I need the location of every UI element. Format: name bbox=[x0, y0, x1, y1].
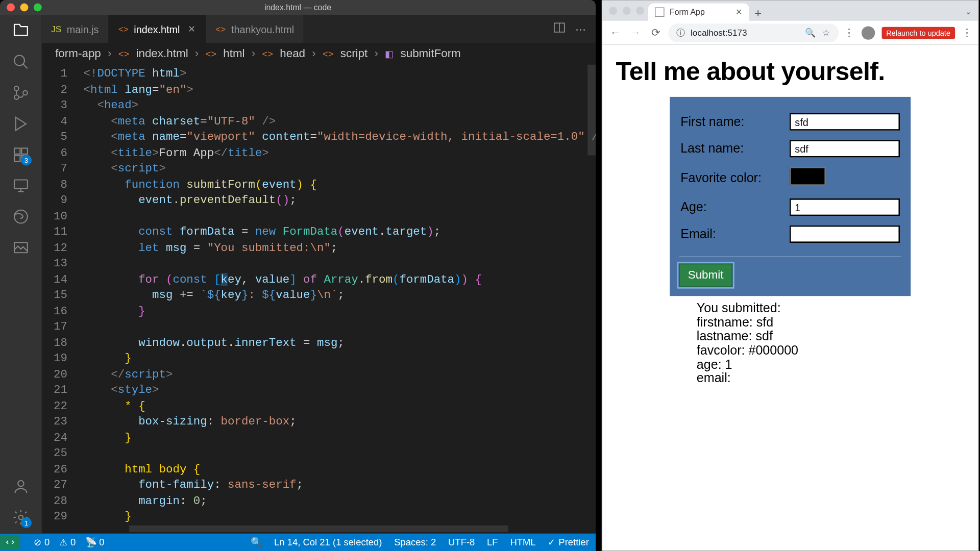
maximize-icon[interactable] bbox=[34, 4, 42, 12]
maximize-icon[interactable] bbox=[636, 7, 644, 15]
extensions-icon[interactable]: ⋮ bbox=[844, 26, 854, 39]
svg-rect-8 bbox=[14, 180, 28, 189]
form-separator bbox=[679, 256, 901, 257]
breadcrumb-item[interactable]: script bbox=[340, 47, 368, 60]
chevron-down-icon[interactable]: ⌄ bbox=[965, 8, 971, 16]
tab-label: thankyou.html bbox=[231, 23, 294, 34]
bookmark-icon[interactable]: ☆ bbox=[822, 28, 830, 38]
tab-label: Form App bbox=[670, 8, 705, 17]
form-row-favcolor: Favorite color: bbox=[679, 164, 901, 192]
new-tab-button[interactable]: + bbox=[749, 7, 767, 21]
code-content[interactable]: <!DOCTYPE html><html lang="en"> <head> <… bbox=[84, 65, 596, 534]
extensions-icon[interactable]: 3 bbox=[11, 145, 30, 164]
extensions-badge: 3 bbox=[21, 155, 32, 165]
page-heading: Tell me about yourself. bbox=[616, 57, 965, 86]
html-icon: <> bbox=[262, 48, 273, 59]
horizontal-scrollbar[interactable] bbox=[129, 525, 508, 532]
editor[interactable]: 1234567891011121314151617181920212223242… bbox=[42, 65, 596, 534]
images-icon[interactable] bbox=[11, 238, 30, 257]
zoom-icon[interactable]: 🔍 bbox=[251, 537, 262, 547]
browser-titlebar: Form App ✕ + ⌄ bbox=[602, 1, 978, 21]
minimize-icon[interactable] bbox=[623, 7, 631, 15]
forward-button[interactable]: → bbox=[628, 27, 643, 39]
status-bar: ⊘ 0 ⚠ 0 📡 0 🔍 Ln 14, Col 21 (1 selected)… bbox=[0, 534, 596, 551]
tab-bar: JSmain.js <>index.html✕ <>thankyou.html … bbox=[42, 15, 596, 43]
breadcrumb-item[interactable]: head bbox=[280, 47, 305, 60]
form-row-lastname: Last name: bbox=[679, 137, 901, 160]
relaunch-button[interactable]: Relaunch to update bbox=[881, 27, 955, 39]
site-info-icon[interactable]: ⓘ bbox=[676, 27, 685, 39]
language-mode[interactable]: HTML bbox=[510, 537, 535, 547]
page-content: Tell me about yourself. First name: Last… bbox=[602, 45, 978, 550]
cursor-position[interactable]: Ln 14, Col 21 (1 selected) bbox=[274, 537, 382, 547]
browser-tab[interactable]: Form App ✕ bbox=[648, 4, 749, 21]
tab-main-js[interactable]: JSmain.js bbox=[42, 15, 109, 43]
svg-rect-4 bbox=[14, 148, 20, 154]
search-icon[interactable] bbox=[11, 53, 30, 71]
field-label: Last name: bbox=[679, 137, 789, 160]
svg-rect-5 bbox=[14, 156, 20, 161]
symbol-icon: ◧ bbox=[385, 48, 394, 59]
warnings-count[interactable]: ⚠ 0 bbox=[59, 537, 76, 547]
activity-bar: 3 1 bbox=[0, 15, 42, 534]
form-box: First name: Last name: Favorite color: A… bbox=[670, 97, 911, 296]
minimap-thumb[interactable] bbox=[587, 65, 596, 156]
indentation[interactable]: Spaces: 2 bbox=[394, 537, 436, 547]
eol[interactable]: LF bbox=[487, 537, 498, 547]
html-icon: <> bbox=[215, 24, 226, 34]
zoom-icon[interactable]: 🔍 bbox=[805, 28, 816, 38]
remote-explorer-icon[interactable] bbox=[11, 176, 30, 195]
svg-point-9 bbox=[14, 210, 28, 223]
source-control-icon[interactable] bbox=[11, 84, 30, 103]
ports-count[interactable]: 📡 0 bbox=[85, 537, 105, 547]
field-label: Age: bbox=[679, 196, 789, 219]
field-label: Email: bbox=[679, 222, 789, 245]
breadcrumb-item[interactable]: html bbox=[223, 47, 244, 60]
errors-count[interactable]: ⊘ 0 bbox=[34, 537, 50, 547]
svg-point-0 bbox=[14, 55, 24, 65]
settings-icon[interactable]: 1 bbox=[11, 508, 30, 527]
close-icon[interactable]: ✕ bbox=[736, 8, 742, 17]
address-bar[interactable]: ⓘ localhost:5173 🔍 ☆ bbox=[668, 23, 838, 42]
close-icon[interactable] bbox=[7, 4, 15, 12]
close-icon[interactable]: ✕ bbox=[188, 23, 196, 34]
breadcrumb-item[interactable]: submitForm bbox=[400, 47, 460, 60]
browser-toolbar: ← → ⟳ ⓘ localhost:5173 🔍 ☆ ⋮ Relaunch to… bbox=[602, 21, 978, 45]
minimize-icon[interactable] bbox=[20, 4, 29, 12]
tab-index-html[interactable]: <>index.html✕ bbox=[109, 15, 206, 43]
favicon bbox=[655, 8, 664, 17]
svg-point-3 bbox=[23, 91, 28, 95]
email-input[interactable] bbox=[790, 226, 900, 243]
edge-icon[interactable] bbox=[11, 207, 30, 226]
vscode-titlebar: index.html — code bbox=[0, 0, 596, 15]
tab-label: main.js bbox=[67, 23, 99, 34]
favcolor-input[interactable] bbox=[790, 167, 826, 186]
tab-label: index.html bbox=[134, 23, 180, 34]
encoding[interactable]: UTF-8 bbox=[448, 537, 475, 547]
account-icon[interactable] bbox=[11, 477, 30, 496]
breadcrumb-item[interactable]: form-app bbox=[55, 47, 101, 60]
breadcrumb[interactable]: form-app› <>index.html› <>html› <>head› … bbox=[42, 43, 596, 64]
explorer-icon[interactable] bbox=[11, 21, 30, 40]
js-icon: JS bbox=[51, 24, 61, 34]
profile-icon[interactable] bbox=[861, 26, 874, 39]
age-input[interactable] bbox=[790, 198, 900, 216]
breadcrumb-item[interactable]: index.html bbox=[136, 47, 188, 60]
svg-rect-7 bbox=[21, 148, 27, 154]
back-button[interactable]: ← bbox=[608, 27, 623, 39]
form-row-email: Email: bbox=[679, 222, 901, 245]
formatter[interactable]: ✓ Prettier bbox=[548, 537, 589, 547]
firstname-input[interactable] bbox=[790, 113, 900, 131]
url-text: localhost:5173 bbox=[691, 28, 747, 38]
more-icon[interactable]: ⋯ bbox=[575, 22, 586, 35]
menu-icon[interactable]: ⋮ bbox=[962, 26, 972, 39]
lastname-input[interactable] bbox=[790, 140, 900, 157]
close-icon[interactable] bbox=[609, 7, 617, 15]
tab-thankyou-html[interactable]: <>thankyou.html bbox=[206, 15, 304, 43]
reload-button[interactable]: ⟳ bbox=[648, 26, 663, 39]
run-debug-icon[interactable] bbox=[11, 114, 30, 133]
split-editor-icon[interactable] bbox=[553, 21, 566, 37]
remote-indicator[interactable] bbox=[0, 535, 20, 549]
submit-button[interactable]: Submit bbox=[679, 264, 732, 287]
minimap[interactable] bbox=[586, 65, 596, 534]
